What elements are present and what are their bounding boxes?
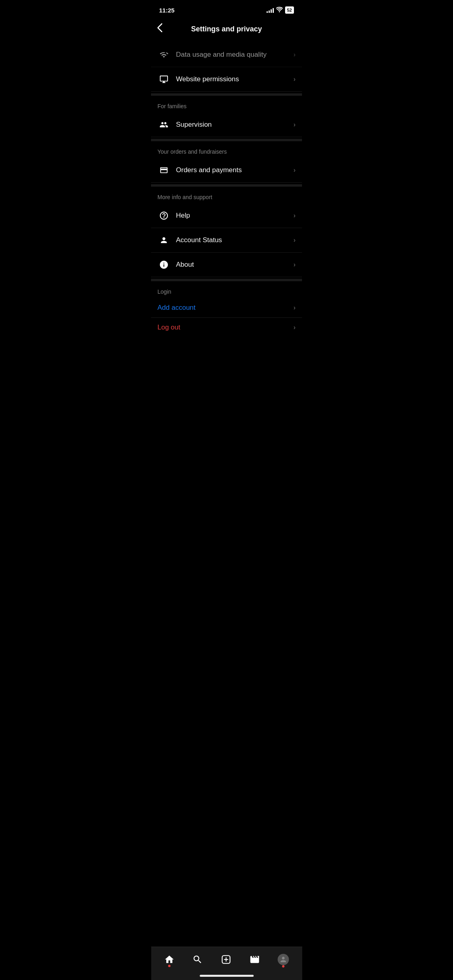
chevron-icon: ›: [294, 51, 296, 58]
about-item[interactable]: About ›: [151, 253, 302, 277]
supervision-label: Supervision: [176, 121, 294, 129]
section-divider: [151, 93, 302, 96]
section-divider: [151, 279, 302, 281]
wallet-icon: [157, 164, 170, 177]
section-divider: [151, 139, 302, 141]
for-families-header: For families: [151, 97, 302, 113]
account-status-icon: [157, 234, 170, 247]
settings-list: Data usage and media quality › Website p…: [151, 43, 302, 337]
account-status-label: Account Status: [176, 236, 294, 244]
add-account-label: Add account: [157, 304, 294, 312]
orders-header: Your orders and fundraisers: [151, 143, 302, 158]
help-icon: [157, 209, 170, 222]
chevron-icon: ›: [294, 237, 296, 244]
settings-main: Data usage and media quality › Website p…: [151, 43, 302, 371]
website-permissions-label: Website permissions: [176, 75, 294, 83]
data-usage-item[interactable]: Data usage and media quality ›: [151, 43, 302, 67]
data-usage-label: Data usage and media quality: [176, 51, 294, 59]
about-label: About: [176, 261, 294, 269]
chevron-icon: ›: [294, 324, 296, 331]
chevron-icon: ›: [294, 212, 296, 219]
chevron-icon: ›: [294, 76, 296, 83]
section-divider: [151, 184, 302, 187]
website-permissions-item[interactable]: Website permissions ›: [151, 67, 302, 92]
info-icon: [157, 258, 170, 271]
status-time: 11:25: [159, 7, 174, 14]
log-out-label: Log out: [157, 323, 294, 331]
account-status-item[interactable]: Account Status ›: [151, 228, 302, 253]
status-bar: 11:25 52: [151, 0, 302, 18]
signal-icon: [157, 48, 170, 61]
signal-icon: [267, 7, 274, 13]
help-item[interactable]: Help ›: [151, 204, 302, 228]
monitor-icon: [157, 73, 170, 86]
status-icons: 52: [267, 6, 294, 14]
login-header: Login: [151, 283, 302, 298]
chevron-icon: ›: [294, 261, 296, 268]
supervision-icon: [157, 118, 170, 131]
support-header: More info and support: [151, 188, 302, 204]
header: Settings and privacy: [151, 18, 302, 43]
wifi-icon: [276, 7, 283, 14]
page-title: Settings and privacy: [191, 25, 262, 33]
help-label: Help: [176, 212, 294, 220]
orders-payments-label: Orders and payments: [176, 166, 294, 174]
log-out-item[interactable]: Log out ›: [151, 318, 302, 337]
orders-payments-item[interactable]: Orders and payments ›: [151, 158, 302, 183]
chevron-icon: ›: [294, 304, 296, 311]
add-account-item[interactable]: Add account ›: [151, 298, 302, 318]
battery-icon: 52: [285, 6, 294, 14]
chevron-icon: ›: [294, 167, 296, 174]
supervision-item[interactable]: Supervision ›: [151, 113, 302, 137]
chevron-icon: ›: [294, 121, 296, 128]
back-button[interactable]: [157, 22, 165, 36]
